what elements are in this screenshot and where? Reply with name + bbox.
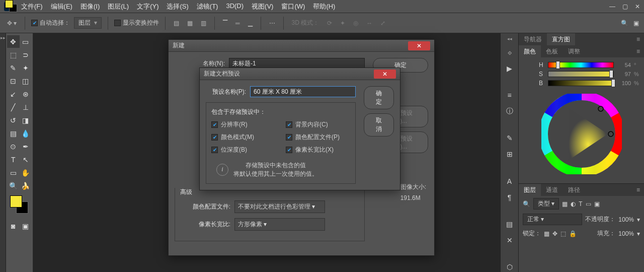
- actions-icon[interactable]: ▶: [504, 63, 515, 74]
- menu-选择s[interactable]: 选择(S): [163, 2, 192, 11]
- history-icon[interactable]: ⟐: [504, 47, 515, 57]
- preset-check[interactable]: ✔颜色模式(M): [211, 133, 276, 142]
- zoom-tool[interactable]: 🔍: [7, 179, 20, 192]
- preset-name-input[interactable]: [250, 86, 356, 97]
- menu-帮助h[interactable]: 帮助(H): [309, 2, 339, 11]
- preset-dialog-titlebar[interactable]: 新建文档预设 ✕: [200, 68, 400, 80]
- clone-source-icon[interactable]: ⊞: [504, 149, 515, 159]
- lock-pixels-icon[interactable]: ▦: [544, 230, 549, 237]
- preset-check[interactable]: ✔颜色配置文件(P): [286, 133, 350, 142]
- close-icon[interactable]: ✕: [408, 41, 430, 50]
- history-brush-tool[interactable]: ↺: [7, 114, 20, 126]
- lock-all-icon[interactable]: 🔒: [569, 230, 577, 237]
- brush-tool[interactable]: ╱: [7, 101, 20, 113]
- brushes-icon[interactable]: ✎: [504, 133, 515, 143]
- layers-comp-icon[interactable]: ▤: [504, 219, 515, 229]
- opacity-value[interactable]: 100%: [618, 216, 634, 223]
- menu-视图v[interactable]: 视图(V): [248, 2, 277, 11]
- color-profile-select[interactable]: 不要对此文档进行色彩管理 ▾: [234, 200, 325, 213]
- hue-slider[interactable]: [548, 62, 614, 68]
- panel-menu-icon[interactable]: ≡: [632, 186, 644, 193]
- tab-navigator[interactable]: 导航器: [519, 33, 547, 45]
- crop-tool[interactable]: ⊡: [7, 75, 20, 87]
- filter-pixel-icon[interactable]: ▦: [562, 200, 568, 208]
- filter-smart-icon[interactable]: ▣: [594, 200, 600, 208]
- screen-mode-icon[interactable]: ▣: [20, 220, 32, 232]
- healing-tool[interactable]: ⊛: [20, 88, 32, 100]
- distribute-icon[interactable]: ⋯: [267, 19, 277, 28]
- filter-type-icon[interactable]: T: [579, 200, 582, 208]
- align-bottom-icon[interactable]: ▁: [246, 19, 255, 28]
- menu-图层l[interactable]: 图层(L): [104, 2, 133, 11]
- panel-menu-icon[interactable]: ≡: [632, 36, 644, 43]
- filter-adjust-icon[interactable]: ◐: [571, 200, 576, 208]
- character-icon[interactable]: A: [504, 176, 515, 186]
- quick-select-tool[interactable]: ✎: [7, 61, 20, 74]
- lock-position-icon[interactable]: ✥: [552, 230, 557, 237]
- layer-filter-select[interactable]: 类型 ▾: [533, 198, 559, 210]
- maximize-button[interactable]: ▢: [622, 3, 628, 10]
- gradient-tool[interactable]: ▤: [7, 127, 20, 140]
- show-transform-check[interactable]: ✔显示变换控件: [114, 19, 159, 27]
- paragraph-icon[interactable]: ¶: [504, 192, 515, 202]
- menu-3dd[interactable]: 3D(D): [222, 2, 248, 11]
- foreground-swatch[interactable]: [10, 195, 22, 208]
- lasso-tool[interactable]: ⊃: [20, 48, 32, 61]
- align-left-icon[interactable]: ▤: [172, 19, 181, 28]
- move-tool-icon[interactable]: ✥ ▾: [5, 19, 19, 28]
- align-right-icon[interactable]: ▥: [199, 19, 208, 28]
- sat-slider[interactable]: [548, 71, 614, 77]
- tab-adjustments[interactable]: 调整: [563, 45, 585, 57]
- type-tool[interactable]: T: [7, 153, 20, 166]
- hue-value[interactable]: 54: [617, 62, 631, 68]
- tools-icon[interactable]: ✕: [504, 235, 515, 245]
- tab-swatches[interactable]: 色板: [541, 45, 563, 57]
- lock-artboard-icon[interactable]: ⬚: [560, 230, 566, 237]
- bri-value[interactable]: 100: [617, 80, 631, 86]
- menu-窗口w[interactable]: 窗口(W): [277, 2, 309, 11]
- preset-cancel-button[interactable]: 取消: [364, 113, 394, 137]
- eyedropper-tool[interactable]: ↙: [7, 88, 20, 100]
- menu-文件f[interactable]: 文件(F): [17, 2, 47, 11]
- 3d-icon[interactable]: ⬡: [504, 262, 515, 272]
- tab-layers[interactable]: 图层: [519, 184, 541, 196]
- menu-编辑e[interactable]: 编辑(E): [47, 2, 76, 11]
- tab-channels[interactable]: 通道: [541, 184, 563, 196]
- magic-wand-tool[interactable]: ✦: [20, 61, 32, 74]
- target-select[interactable]: 图层 ▾: [74, 17, 102, 29]
- preset-check[interactable]: ✔像素长宽比(X): [286, 146, 350, 154]
- tab-color[interactable]: 颜色: [519, 45, 541, 57]
- tab-paths[interactable]: 路径: [563, 184, 585, 196]
- align-top-icon[interactable]: ▔: [221, 19, 229, 28]
- minimize-button[interactable]: —: [609, 3, 615, 10]
- artboard-tool[interactable]: ▭: [20, 35, 32, 48]
- menu-图像i[interactable]: 图像(I): [76, 2, 104, 11]
- preset-ok-button[interactable]: 确定: [364, 86, 394, 109]
- fill-value[interactable]: 100%: [618, 230, 634, 237]
- color-swatches[interactable]: [10, 195, 30, 216]
- align-center-icon[interactable]: ▦: [185, 19, 195, 28]
- sat-value[interactable]: 97: [617, 71, 631, 77]
- auto-select-check[interactable]: ✔自动选择：: [31, 19, 70, 27]
- search-icon[interactable]: 🔍: [621, 20, 628, 27]
- info-icon[interactable]: ⓘ: [504, 106, 515, 116]
- bri-slider[interactable]: [548, 80, 614, 86]
- edit-toolbar[interactable]: 🍌: [20, 179, 32, 192]
- hand-tool[interactable]: ✋: [20, 166, 32, 179]
- panel-menu-icon[interactable]: ≡: [632, 48, 644, 55]
- eraser-tool[interactable]: ◨: [20, 114, 32, 126]
- align-middle-icon[interactable]: ═: [233, 19, 242, 28]
- blend-mode-select[interactable]: 正常 ▾: [523, 214, 582, 225]
- menu-文字y[interactable]: 文字(Y): [133, 2, 163, 11]
- pixel-ratio-select[interactable]: 方形像素 ▾: [234, 218, 325, 231]
- stamp-tool[interactable]: ⊥: [20, 101, 32, 113]
- menu-滤镜t[interactable]: 滤镜(T): [193, 2, 222, 11]
- preset-check[interactable]: ✔背景内容(C): [286, 120, 350, 129]
- properties-icon[interactable]: ≡: [504, 90, 515, 100]
- marquee-tool[interactable]: ⬚: [7, 48, 20, 61]
- preset-check[interactable]: ✔分辨率(R): [211, 120, 276, 129]
- mini-swatches[interactable]: [5, 0, 17, 12]
- filter-shape-icon[interactable]: ▭: [586, 200, 591, 208]
- tab-histogram[interactable]: 直方图: [547, 33, 575, 45]
- dodge-tool[interactable]: ⊙: [7, 140, 20, 153]
